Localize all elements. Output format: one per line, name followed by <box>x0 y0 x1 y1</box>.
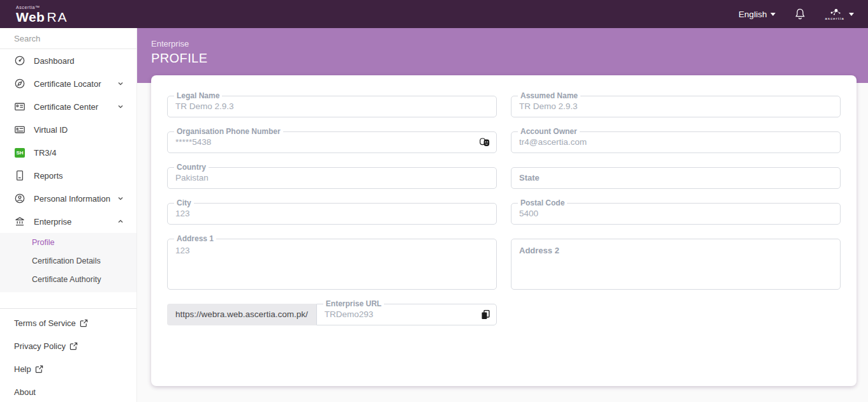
chevron-down-icon <box>849 13 854 16</box>
footer-link-label: About <box>14 387 36 397</box>
language-selector[interactable]: English <box>739 10 776 19</box>
field-label: State <box>511 168 840 188</box>
sidebar-item-label: Certificate Center <box>34 102 98 112</box>
sidebar-item-label: TR3/4 <box>34 148 56 158</box>
sidebar-item-certificate-center[interactable]: Certificate Center <box>0 95 136 118</box>
field-label: Address 1 <box>174 234 216 244</box>
sidebar-item-label: Dashboard <box>34 56 75 66</box>
enterprise-icon <box>14 216 26 227</box>
sidebar-item-label: Certificate Locator <box>34 79 101 89</box>
field-label: City <box>174 198 194 208</box>
mask-icon <box>480 138 490 147</box>
enterprise-url-field[interactable]: Enterprise URL TRDemo293 <box>316 304 497 325</box>
account-owner-field[interactable]: Account Owner tr4@ascertia.com <box>511 131 841 153</box>
sidebar-item-reports[interactable]: Reports <box>0 164 136 187</box>
sidebar-item-virtual-id[interactable]: Virtual ID <box>0 118 136 141</box>
external-link-icon <box>35 365 43 373</box>
field-label: Country <box>174 163 209 172</box>
sidebar-item-label: Virtual ID <box>34 125 68 135</box>
enterprise-url-prefix: https://webra.web.ascertia.com.pk/ <box>167 304 316 325</box>
brand-ra: RA <box>47 10 68 24</box>
chevron-down-icon <box>116 102 125 111</box>
unmask-button[interactable] <box>480 138 490 147</box>
city-field[interactable]: City 123 <box>167 203 497 225</box>
ascertia-molecule-icon <box>827 8 843 16</box>
field-label: Legal Name <box>174 91 222 101</box>
account-menu[interactable]: ascertia <box>825 8 854 20</box>
field-label: Address 2 <box>511 239 840 255</box>
certificate-center-icon <box>14 101 26 112</box>
topbar-actions: English ascertia <box>739 8 854 21</box>
submenu-item-label: Profile <box>32 238 54 247</box>
search-input[interactable] <box>14 34 126 43</box>
state-field[interactable]: State <box>511 167 841 189</box>
sidebar: Dashboard Certificate Locator Certificat… <box>0 28 137 402</box>
submenu-item-label: Certificate Authority <box>32 275 101 284</box>
country-field[interactable]: Country Pakistan <box>167 167 497 189</box>
privacy-policy-link[interactable]: Privacy Policy <box>0 334 136 357</box>
topbar: Ascertia™ WebRA English <box>0 0 868 28</box>
field-label: Organisation Phone Number <box>174 127 283 137</box>
sidebar-item-label: Reports <box>34 171 63 181</box>
brand-supertitle: Ascertia™ <box>16 5 68 10</box>
enterprise-submenu: Profile Certification Details Certificat… <box>0 233 136 292</box>
sidebar-item-personal-information[interactable]: Personal Information <box>0 187 136 210</box>
field-label: Enterprise URL <box>323 299 384 309</box>
chevron-up-icon <box>116 217 125 226</box>
notifications-button[interactable] <box>793 8 807 21</box>
sidebar-item-certificate-locator[interactable]: Certificate Locator <box>0 72 136 95</box>
account-logo: ascertia <box>825 8 844 20</box>
page-title: PROFILE <box>151 51 868 66</box>
submenu-item-certificate-authority[interactable]: Certificate Authority <box>0 270 136 288</box>
external-link-icon <box>80 319 88 327</box>
app-logo[interactable]: Ascertia™ WebRA <box>16 5 68 24</box>
footer-link-label: Privacy Policy <box>14 341 66 351</box>
about-link[interactable]: About <box>0 380 136 402</box>
brand-web: Web <box>16 10 45 24</box>
bell-icon <box>793 8 807 21</box>
language-label: English <box>739 10 767 19</box>
tr34-icon: SH <box>14 147 26 158</box>
organisation-phone-field[interactable]: Organisation Phone Number *****5438 <box>167 131 497 153</box>
legal-name-field[interactable]: Legal Name TR Demo 2.9.3 <box>167 96 497 117</box>
sidebar-item-label: Enterprise <box>34 217 71 227</box>
copy-url-button[interactable] <box>481 310 490 320</box>
submenu-item-label: Certification Details <box>32 257 101 265</box>
enterprise-url-row: https://webra.web.ascertia.com.pk/ Enter… <box>167 304 497 325</box>
breadcrumb: Enterprise <box>151 39 868 48</box>
field-label: Postal Code <box>518 198 567 208</box>
reports-icon <box>14 170 26 181</box>
profile-form-grid: Legal Name TR Demo 2.9.3 Assumed Name TR… <box>167 96 841 290</box>
main-content: Enterprise PROFILE Legal Name TR Demo 2.… <box>137 28 868 402</box>
personal-information-icon <box>14 193 26 204</box>
help-link[interactable]: Help <box>0 357 136 380</box>
submenu-item-profile[interactable]: Profile <box>0 233 136 251</box>
chevron-down-icon <box>116 79 125 88</box>
postal-code-field[interactable]: Postal Code 5400 <box>511 203 841 225</box>
footer-link-label: Terms of Service <box>14 318 76 328</box>
virtual-id-icon <box>14 124 26 135</box>
chevron-down-icon <box>770 13 776 16</box>
sidebar-item-dashboard[interactable]: Dashboard <box>0 49 136 72</box>
profile-form-card: Legal Name TR Demo 2.9.3 Assumed Name TR… <box>151 75 857 386</box>
field-value: 123 <box>168 239 496 255</box>
copy-icon <box>481 310 490 320</box>
dashboard-icon <box>14 55 26 66</box>
field-value: 123 <box>168 204 496 224</box>
account-logo-text: ascertia <box>825 17 844 20</box>
footer-link-label: Help <box>14 364 31 374</box>
assumed-name-field[interactable]: Assumed Name TR Demo 2.9.3 <box>511 96 841 117</box>
sidebar-item-enterprise[interactable]: Enterprise <box>0 210 136 233</box>
terms-of-service-link[interactable]: Terms of Service <box>0 311 136 334</box>
field-label: Account Owner <box>518 127 580 137</box>
brand-title: WebRA <box>16 10 68 24</box>
external-link-icon <box>70 342 78 350</box>
certificate-locator-icon <box>14 78 26 89</box>
address1-field[interactable]: Address 1 123 <box>167 239 497 290</box>
sidebar-item-label: Personal Information <box>34 194 110 204</box>
chevron-down-icon <box>116 194 125 203</box>
submenu-item-certification-details[interactable]: Certification Details <box>0 251 136 270</box>
tr34-badge: SH <box>15 148 25 158</box>
sidebar-item-tr34[interactable]: SH TR3/4 <box>0 141 136 164</box>
address2-field[interactable]: Address 2 <box>511 239 841 290</box>
